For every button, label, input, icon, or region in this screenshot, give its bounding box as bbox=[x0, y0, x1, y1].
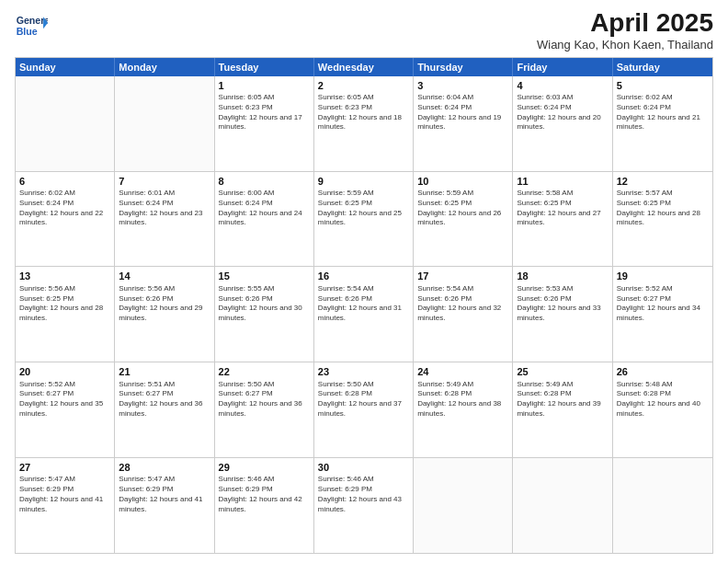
day-info: Sunrise: 5:53 AMSunset: 6:26 PMDaylight:… bbox=[517, 284, 608, 324]
calendar-day-19: 19Sunrise: 5:52 AMSunset: 6:27 PMDayligh… bbox=[613, 267, 712, 362]
calendar: SundayMondayTuesdayWednesdayThursdayFrid… bbox=[15, 57, 713, 554]
day-number: 8 bbox=[219, 175, 310, 188]
day-info: Sunrise: 5:56 AMSunset: 6:26 PMDaylight:… bbox=[119, 284, 210, 324]
day-info: Sunrise: 5:59 AMSunset: 6:25 PMDaylight:… bbox=[318, 189, 409, 228]
day-info: Sunrise: 5:59 AMSunset: 6:25 PMDaylight:… bbox=[417, 189, 508, 228]
day-header-sunday: Sunday bbox=[16, 58, 115, 76]
calendar-week-2: 6Sunrise: 6:02 AMSunset: 6:24 PMDaylight… bbox=[16, 172, 712, 268]
day-info: Sunrise: 6:01 AMSunset: 6:24 PMDaylight:… bbox=[119, 189, 210, 228]
day-info: Sunrise: 5:54 AMSunset: 6:26 PMDaylight:… bbox=[417, 284, 508, 324]
day-info: Sunrise: 5:48 AMSunset: 6:28 PMDaylight:… bbox=[617, 380, 709, 419]
day-header-thursday: Thursday bbox=[414, 58, 513, 76]
calendar-week-1: 1Sunrise: 6:05 AMSunset: 6:23 PMDaylight… bbox=[16, 76, 712, 172]
page: General Blue April 2025 Wiang Kao, Khon … bbox=[0, 0, 728, 563]
day-header-wednesday: Wednesday bbox=[314, 58, 414, 76]
day-number: 30 bbox=[318, 461, 409, 474]
calendar-day-28: 28Sunrise: 5:47 AMSunset: 6:29 PMDayligh… bbox=[115, 458, 214, 553]
calendar-day-8: 8Sunrise: 6:00 AMSunset: 6:24 PMDaylight… bbox=[215, 172, 314, 267]
day-number: 15 bbox=[219, 270, 310, 282]
day-info: Sunrise: 5:55 AMSunset: 6:26 PMDaylight:… bbox=[219, 284, 310, 324]
day-number: 7 bbox=[119, 175, 210, 188]
calendar-week-3: 13Sunrise: 5:56 AMSunset: 6:25 PMDayligh… bbox=[16, 267, 712, 362]
day-info: Sunrise: 5:50 AMSunset: 6:27 PMDaylight:… bbox=[219, 380, 310, 419]
calendar-body: 1Sunrise: 6:05 AMSunset: 6:23 PMDaylight… bbox=[16, 76, 712, 553]
day-info: Sunrise: 5:52 AMSunset: 6:27 PMDaylight:… bbox=[617, 284, 709, 324]
calendar-day-13: 13Sunrise: 5:56 AMSunset: 6:25 PMDayligh… bbox=[16, 267, 115, 362]
calendar-day-17: 17Sunrise: 5:54 AMSunset: 6:26 PMDayligh… bbox=[414, 267, 513, 362]
day-header-friday: Friday bbox=[513, 58, 612, 76]
day-number: 14 bbox=[119, 270, 210, 282]
day-header-monday: Monday bbox=[115, 58, 214, 76]
day-number: 26 bbox=[617, 365, 709, 378]
calendar-week-4: 20Sunrise: 5:52 AMSunset: 6:27 PMDayligh… bbox=[16, 362, 712, 458]
calendar-day-22: 22Sunrise: 5:50 AMSunset: 6:27 PMDayligh… bbox=[215, 362, 314, 457]
calendar-empty-cell bbox=[115, 76, 214, 171]
day-number: 9 bbox=[318, 175, 409, 188]
day-number: 23 bbox=[318, 365, 409, 378]
day-info: Sunrise: 5:51 AMSunset: 6:27 PMDaylight:… bbox=[119, 380, 210, 419]
day-info: Sunrise: 5:57 AMSunset: 6:25 PMDaylight:… bbox=[617, 189, 709, 228]
calendar-empty-cell bbox=[613, 458, 712, 553]
day-number: 6 bbox=[19, 175, 110, 188]
day-number: 10 bbox=[417, 175, 508, 188]
day-number: 28 bbox=[119, 461, 210, 474]
day-info: Sunrise: 5:49 AMSunset: 6:28 PMDaylight:… bbox=[417, 380, 508, 419]
calendar-day-11: 11Sunrise: 5:58 AMSunset: 6:25 PMDayligh… bbox=[513, 172, 612, 267]
day-info: Sunrise: 6:02 AMSunset: 6:24 PMDaylight:… bbox=[19, 189, 110, 228]
day-number: 18 bbox=[517, 270, 608, 282]
calendar-day-21: 21Sunrise: 5:51 AMSunset: 6:27 PMDayligh… bbox=[115, 362, 214, 457]
day-number: 21 bbox=[119, 365, 210, 378]
day-number: 22 bbox=[219, 365, 310, 378]
calendar-header: SundayMondayTuesdayWednesdayThursdayFrid… bbox=[16, 58, 712, 76]
day-number: 2 bbox=[318, 79, 409, 92]
day-number: 3 bbox=[417, 79, 508, 92]
calendar-day-2: 2Sunrise: 6:05 AMSunset: 6:23 PMDaylight… bbox=[314, 76, 414, 171]
day-info: Sunrise: 6:05 AMSunset: 6:23 PMDaylight:… bbox=[318, 93, 409, 132]
month-title: April 2025 bbox=[537, 9, 713, 38]
calendar-day-14: 14Sunrise: 5:56 AMSunset: 6:26 PMDayligh… bbox=[115, 267, 214, 362]
calendar-day-27: 27Sunrise: 5:47 AMSunset: 6:29 PMDayligh… bbox=[16, 458, 115, 553]
day-info: Sunrise: 5:56 AMSunset: 6:25 PMDaylight:… bbox=[19, 284, 110, 324]
day-number: 24 bbox=[417, 365, 508, 378]
calendar-day-12: 12Sunrise: 5:57 AMSunset: 6:25 PMDayligh… bbox=[613, 172, 712, 267]
calendar-day-15: 15Sunrise: 5:55 AMSunset: 6:26 PMDayligh… bbox=[215, 267, 314, 362]
calendar-day-20: 20Sunrise: 5:52 AMSunset: 6:27 PMDayligh… bbox=[16, 362, 115, 457]
day-info: Sunrise: 5:49 AMSunset: 6:28 PMDaylight:… bbox=[517, 380, 608, 419]
calendar-week-5: 27Sunrise: 5:47 AMSunset: 6:29 PMDayligh… bbox=[16, 458, 712, 553]
day-info: Sunrise: 5:58 AMSunset: 6:25 PMDaylight:… bbox=[517, 189, 608, 228]
logo: General Blue bbox=[15, 9, 48, 42]
day-number: 27 bbox=[19, 461, 110, 474]
day-info: Sunrise: 6:00 AMSunset: 6:24 PMDaylight:… bbox=[219, 189, 310, 228]
day-info: Sunrise: 5:46 AMSunset: 6:29 PMDaylight:… bbox=[318, 475, 409, 514]
svg-text:General: General bbox=[17, 15, 48, 26]
calendar-day-26: 26Sunrise: 5:48 AMSunset: 6:28 PMDayligh… bbox=[613, 362, 712, 457]
calendar-day-30: 30Sunrise: 5:46 AMSunset: 6:29 PMDayligh… bbox=[314, 458, 414, 553]
day-number: 5 bbox=[617, 79, 709, 92]
day-info: Sunrise: 5:47 AMSunset: 6:29 PMDaylight:… bbox=[119, 475, 210, 514]
day-header-saturday: Saturday bbox=[613, 58, 712, 76]
day-info: Sunrise: 6:04 AMSunset: 6:24 PMDaylight:… bbox=[417, 93, 508, 132]
calendar-day-23: 23Sunrise: 5:50 AMSunset: 6:28 PMDayligh… bbox=[314, 362, 414, 457]
day-info: Sunrise: 5:54 AMSunset: 6:26 PMDaylight:… bbox=[318, 284, 409, 324]
day-number: 13 bbox=[19, 270, 110, 282]
calendar-day-16: 16Sunrise: 5:54 AMSunset: 6:26 PMDayligh… bbox=[314, 267, 414, 362]
day-number: 11 bbox=[517, 175, 608, 188]
svg-text:Blue: Blue bbox=[17, 26, 38, 37]
day-number: 19 bbox=[617, 270, 709, 282]
calendar-day-29: 29Sunrise: 5:46 AMSunset: 6:29 PMDayligh… bbox=[215, 458, 314, 553]
logo-icon: General Blue bbox=[15, 9, 48, 42]
calendar-day-18: 18Sunrise: 5:53 AMSunset: 6:26 PMDayligh… bbox=[513, 267, 612, 362]
day-number: 17 bbox=[417, 270, 508, 282]
day-number: 25 bbox=[517, 365, 608, 378]
day-number: 12 bbox=[617, 175, 709, 188]
title-block: April 2025 Wiang Kao, Khon Kaen, Thailan… bbox=[537, 9, 713, 52]
calendar-day-1: 1Sunrise: 6:05 AMSunset: 6:23 PMDaylight… bbox=[215, 76, 314, 171]
day-info: Sunrise: 5:52 AMSunset: 6:27 PMDaylight:… bbox=[19, 380, 110, 419]
calendar-day-10: 10Sunrise: 5:59 AMSunset: 6:25 PMDayligh… bbox=[414, 172, 513, 267]
calendar-day-24: 24Sunrise: 5:49 AMSunset: 6:28 PMDayligh… bbox=[414, 362, 513, 457]
day-info: Sunrise: 6:05 AMSunset: 6:23 PMDaylight:… bbox=[219, 93, 310, 132]
calendar-day-25: 25Sunrise: 5:49 AMSunset: 6:28 PMDayligh… bbox=[513, 362, 612, 457]
day-info: Sunrise: 5:47 AMSunset: 6:29 PMDaylight:… bbox=[19, 475, 110, 514]
calendar-day-4: 4Sunrise: 6:03 AMSunset: 6:24 PMDaylight… bbox=[513, 76, 612, 171]
day-header-tuesday: Tuesday bbox=[215, 58, 314, 76]
